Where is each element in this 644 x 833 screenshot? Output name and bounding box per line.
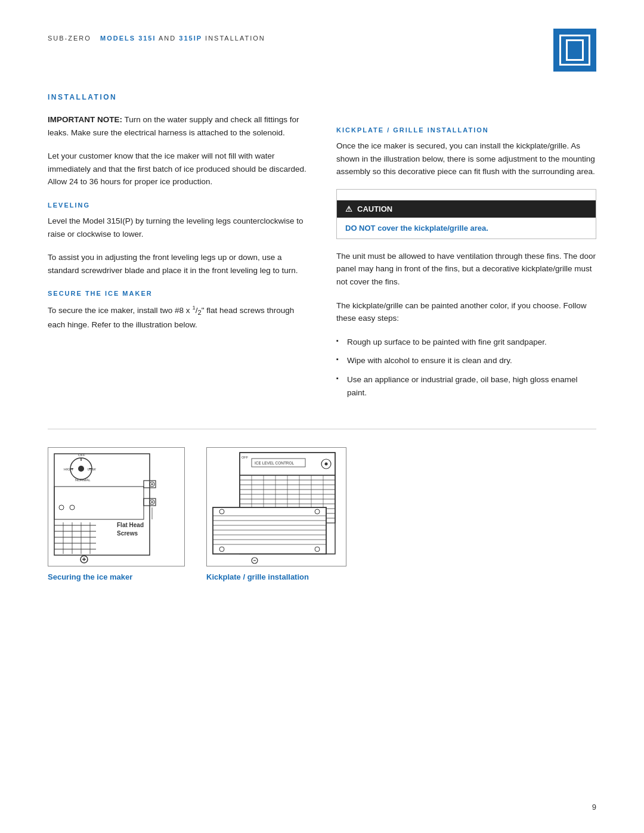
- illus-left-img: OFF HIGH LOW NORMAL: [48, 447, 185, 566]
- document-title: SUB-ZERO MODELS 315I AND 315IP INSTALLAT…: [48, 35, 265, 42]
- svg-text:HIGH: HIGH: [64, 467, 73, 471]
- svg-text:ICE LEVEL CONTROL: ICE LEVEL CONTROL: [255, 461, 295, 465]
- kickplate-para1: Once the ice maker is secured, you can i…: [336, 140, 596, 178]
- bullet-item-1: Rough up surface to be painted with fine…: [336, 336, 596, 349]
- para1: Let your customer know that the ice make…: [48, 150, 308, 188]
- caption-right: Kickplate / grille installation: [206, 572, 309, 581]
- section-divider: [48, 429, 596, 429]
- page-number: 9: [592, 803, 596, 812]
- installation-title: INSTALLATION: [48, 93, 596, 101]
- title-suffix: INSTALLATION: [205, 35, 265, 42]
- content-columns: IMPORTANT NOTE: Turn on the water supply…: [48, 113, 596, 407]
- caution-header: ⚠ CAUTION: [337, 200, 596, 218]
- illus-right-item: ICE LEVEL CONTROL OFF: [206, 447, 346, 581]
- title-bold1: MODELS 315I: [100, 35, 156, 42]
- important-label: IMPORTANT NOTE:: [48, 115, 122, 124]
- logo-icon: [566, 39, 584, 61]
- svg-point-41: [325, 463, 328, 466]
- svg-text:LOW: LOW: [88, 467, 96, 471]
- svg-point-2: [78, 466, 84, 472]
- leveling-title: LEVELING: [48, 202, 308, 209]
- page-header: SUB-ZERO MODELS 315I AND 315IP INSTALLAT…: [48, 29, 596, 72]
- important-note: IMPORTANT NOTE: Turn on the water supply…: [48, 113, 308, 139]
- kickplate-para3: The kickplate/grille can be painted anot…: [336, 299, 596, 325]
- illustrations: OFF HIGH LOW NORMAL: [48, 447, 596, 581]
- secure-title: SECURE THE ICE MAKER: [48, 290, 308, 297]
- title-middle: AND: [159, 35, 179, 42]
- logo-box: [553, 29, 596, 72]
- bullet-list: Rough up surface to be painted with fine…: [336, 336, 596, 399]
- securing-illustration: OFF HIGH LOW NORMAL: [48, 448, 184, 566]
- illus-left-item: OFF HIGH LOW NORMAL: [48, 447, 185, 581]
- svg-text:Flat Head: Flat Head: [117, 522, 144, 528]
- svg-text:NORMAL: NORMAL: [75, 478, 91, 482]
- leveling-para1: Level the Model 315I(P) by turning the l…: [48, 215, 308, 240]
- caution-text: DO NOT cover the kickplate/grille area.: [337, 218, 596, 239]
- kickplate-illustration: ICE LEVEL CONTROL OFF: [207, 448, 346, 566]
- right-column: KICKPLATE / GRILLE INSTALLATION Once the…: [336, 113, 596, 407]
- caution-label: CAUTION: [357, 205, 392, 213]
- page: SUB-ZERO MODELS 315I AND 315IP INSTALLAT…: [0, 0, 644, 833]
- caption-left: Securing the ice maker: [48, 572, 132, 581]
- leveling-para2: To assist you in adjusting the front lev…: [48, 251, 308, 277]
- svg-text:Screws: Screws: [117, 530, 138, 537]
- title-prefix: SUB-ZERO: [48, 35, 91, 42]
- svg-rect-35: [54, 487, 144, 519]
- svg-text:OFF: OFF: [242, 456, 249, 459]
- title-bold2: 315IP: [179, 35, 202, 42]
- svg-point-33: [59, 505, 64, 510]
- logo-inner: [559, 35, 590, 66]
- caution-area: ⚠ CAUTION DO NOT cover the kickplate/gri…: [336, 189, 596, 239]
- svg-text:OFF: OFF: [78, 453, 85, 457]
- caution-icon: ⚠: [345, 205, 352, 213]
- left-column: IMPORTANT NOTE: Turn on the water supply…: [48, 113, 308, 407]
- bullet-item-2: Wipe with alcohol to ensure it is clean …: [336, 354, 596, 367]
- svg-rect-60: [213, 507, 326, 554]
- kickplate-title: KICKPLATE / GRILLE INSTALLATION: [336, 126, 596, 134]
- kickplate-para2: The unit must be allowed to have ventila…: [336, 250, 596, 289]
- bullet-item-3: Use an appliance or industrial grade, oi…: [336, 373, 596, 399]
- svg-point-34: [70, 505, 75, 510]
- illus-right-img: ICE LEVEL CONTROL OFF: [206, 447, 346, 566]
- secure-para: To secure the ice maker, install two #8 …: [48, 303, 308, 331]
